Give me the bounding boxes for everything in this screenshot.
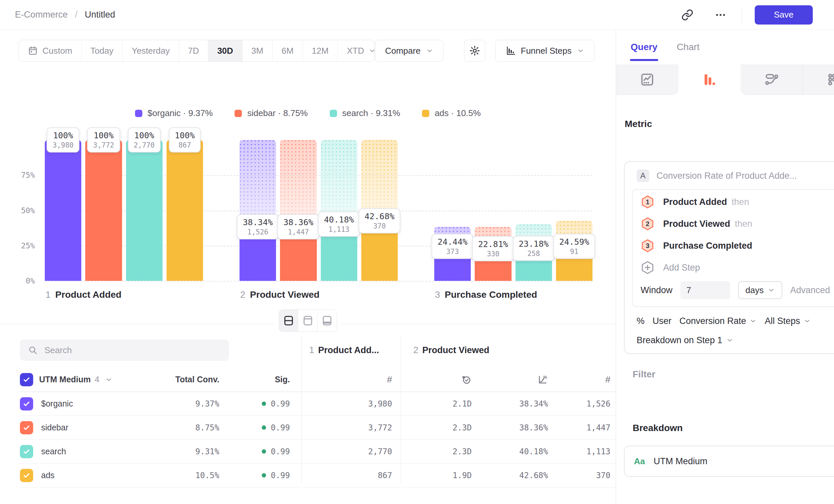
more-options-button[interactable]: [712, 6, 729, 24]
funnel-bar-organic-step-1[interactable]: 100%3,980: [45, 140, 81, 281]
tab-chart[interactable]: Chart: [677, 30, 699, 64]
legend-item-ads[interactable]: ads · 10.5%: [422, 108, 481, 118]
breakdown-on-select[interactable]: Breakdown on Step 1: [632, 335, 834, 345]
table-row-ads[interactable]: ads10.5%0.998671.9D42.68%370: [20, 463, 616, 487]
metric-title-row[interactable]: A Conversion Rate of Product Adde...: [632, 168, 834, 183]
funnel-bar-sidebar-step-3[interactable]: 22.81%330: [475, 140, 511, 281]
view-toggle-table-only[interactable]: [317, 310, 337, 331]
table-row-search[interactable]: search9.31%0.992,7702.3D40.18%1,113: [20, 440, 616, 463]
row-checkbox[interactable]: [20, 421, 33, 434]
conversion-rate-column-icon[interactable]: %: [537, 374, 548, 385]
report-type-retention[interactable]: [803, 64, 834, 95]
table-step2-group-header[interactable]: 2Product Viewed: [401, 345, 616, 356]
date-range-6m[interactable]: 6M: [273, 40, 303, 61]
bar-value-label: 100%867: [169, 127, 201, 153]
breadcrumb-title[interactable]: Untitled: [85, 9, 115, 20]
measurement-metric-select[interactable]: Conversion Rate: [679, 316, 757, 326]
significance-dot: [262, 473, 266, 478]
query-panel: Query Chart Metric: [616, 30, 834, 504]
save-button[interactable]: Save: [755, 5, 813, 25]
report-type-insights[interactable]: [616, 64, 678, 95]
legend-item-sidebar[interactable]: sidebar · 8.75%: [235, 108, 308, 118]
date-range-custom[interactable]: Custom: [19, 40, 82, 61]
row-checkbox[interactable]: [20, 445, 33, 458]
insights-report-icon: [640, 72, 655, 87]
report-type-flows[interactable]: [741, 64, 803, 95]
view-toggle-chart-only[interactable]: [298, 310, 317, 331]
bar-value-label: 24.44%373: [432, 234, 474, 259]
funnels-report-icon: [702, 72, 717, 87]
conversion-value: 38.36%: [475, 423, 551, 432]
funnel-bar-search-step-2[interactable]: 40.18%1,113: [321, 140, 357, 281]
avg-time-column-icon[interactable]: [461, 374, 472, 385]
table-row-organic[interactable]: $organic9.37%0.993,9802.1D38.34%1,526: [20, 392, 616, 416]
chart-settings-button[interactable]: [464, 40, 485, 62]
measurement-scope-select[interactable]: All Steps: [765, 316, 811, 326]
count-column-icon[interactable]: #: [387, 374, 392, 385]
table-step1-group-header[interactable]: 1Product Add...: [292, 345, 401, 356]
date-range-30d[interactable]: 30D: [208, 40, 242, 61]
legend-swatch: [422, 110, 429, 117]
total-conv-value: 9.37%: [142, 399, 221, 409]
table-row-sidebar[interactable]: sidebar8.75%0.993,7722.3D38.36%1,447: [20, 416, 616, 440]
window-value-input[interactable]: [680, 281, 730, 299]
avg-time-value: 2.3D: [401, 447, 475, 456]
copy-link-button[interactable]: [679, 6, 696, 24]
funnel-bar-ads-step-3[interactable]: 24.59%91: [556, 140, 592, 281]
breadcrumb-project[interactable]: E-Commerce: [15, 9, 68, 20]
row-checkbox[interactable]: [20, 397, 33, 411]
funnel-bar-search-step-3[interactable]: 23.18%258: [515, 140, 552, 281]
view-toggle-split-view[interactable]: [279, 310, 298, 331]
svg-text:3: 3: [645, 242, 649, 249]
date-range-12m[interactable]: 12M: [303, 40, 338, 61]
measurement-prefix: %: [637, 316, 644, 326]
column-divider: [301, 337, 302, 483]
plot-area: 100%3,980100%3,772100%2,770100%8671Produ…: [45, 140, 592, 281]
legend-item-search[interactable]: search · 9.31%: [330, 108, 400, 118]
count-column-icon[interactable]: #: [605, 374, 610, 385]
report-type-funnels[interactable]: [678, 64, 741, 95]
link-icon: [681, 9, 693, 21]
chart-view-icon: [302, 315, 313, 327]
query-step-3[interactable]: 3Purchase Completed: [641, 235, 834, 257]
funnel-bar-sidebar-step-1[interactable]: 100%3,772: [85, 140, 122, 281]
breakdown-column-header[interactable]: UTM Medium: [39, 375, 91, 384]
funnel-bar-sidebar-step-2[interactable]: 38.36%1,447: [280, 140, 316, 281]
legend-item-organic[interactable]: $organic · 9.37%: [135, 108, 213, 118]
query-step-2[interactable]: 2Product Viewedthen: [641, 213, 834, 235]
funnel-bar-ads-step-1[interactable]: 100%867: [167, 140, 203, 281]
funnel-bar-organic-step-2[interactable]: 38.34%1,526: [240, 140, 276, 281]
date-range-7d[interactable]: 7D: [179, 40, 208, 61]
breakdown-item-utm-medium[interactable]: AaUTM Medium: [624, 445, 834, 477]
advanced-toggle[interactable]: Advanced: [790, 285, 834, 295]
row-checkbox[interactable]: [20, 469, 33, 482]
add-step-button[interactable]: Add Step: [641, 257, 834, 278]
step2-count-value: 1,113: [551, 447, 616, 456]
window-unit-select[interactable]: days: [738, 281, 782, 299]
total-conv-column-header[interactable]: Total Conv.: [142, 375, 221, 384]
funnel-bar-organic-step-3[interactable]: 24.44%373: [434, 140, 471, 281]
sig-column-header[interactable]: Sig.: [221, 375, 292, 384]
row-name: sidebar: [41, 423, 68, 432]
svg-text:2: 2: [645, 220, 649, 227]
funnel-bar-ads-step-2[interactable]: 42.68%370: [361, 140, 398, 281]
date-range-xtd[interactable]: XTD: [338, 40, 375, 61]
conversion-value: 40.18%: [475, 447, 551, 456]
compare-button[interactable]: Compare: [375, 40, 443, 62]
date-range-today[interactable]: Today: [82, 40, 123, 61]
funnel-bar-search-step-1[interactable]: 100%2,770: [126, 140, 162, 281]
tab-query[interactable]: Query: [631, 30, 658, 64]
date-range-yesterday[interactable]: Yesterday: [123, 40, 179, 61]
section-divider: [0, 324, 616, 324]
step1-count-value: 867: [292, 471, 401, 480]
date-range-3m[interactable]: 3M: [242, 40, 273, 61]
bar-value-label: 38.36%1,447: [277, 214, 319, 239]
measurement-entity[interactable]: User: [653, 316, 672, 326]
chart-legend: $organic · 9.37%sidebar · 8.75%search · …: [0, 108, 616, 118]
funnel-step-group-2: 38.34%1,52638.36%1,44740.18%1,11342.68%3…: [240, 140, 398, 281]
search-input[interactable]: [44, 345, 221, 356]
step-axis-label: 1Product Added: [45, 290, 122, 300]
query-step-1[interactable]: 1Product Addedthen: [641, 191, 834, 213]
select-all-checkbox[interactable]: [20, 373, 33, 386]
chart-type-selector[interactable]: Funnel Steps: [495, 40, 594, 62]
